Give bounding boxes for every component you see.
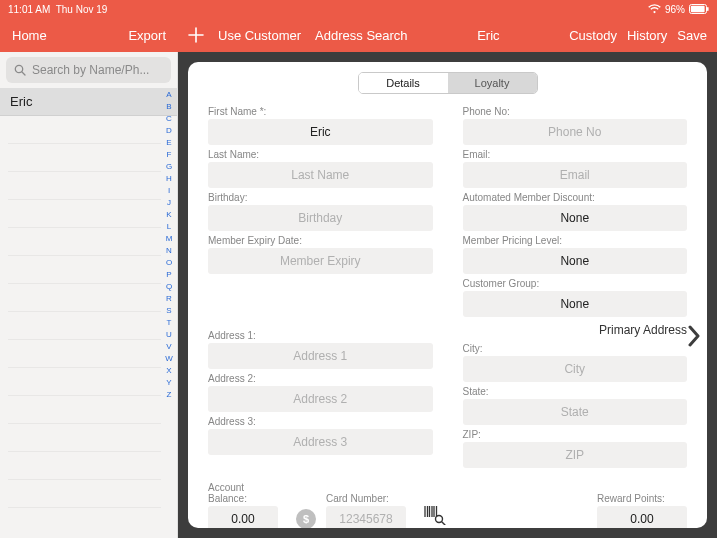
list-item (8, 284, 161, 312)
az-letter[interactable]: W (163, 354, 175, 365)
list-item (8, 200, 161, 228)
az-letter[interactable]: L (163, 222, 175, 233)
az-letter[interactable]: G (163, 162, 175, 173)
zip-label: ZIP: (463, 429, 688, 440)
list-item (8, 116, 161, 144)
home-button[interactable]: Home (0, 28, 47, 43)
reward-points-field[interactable]: 0.00 (597, 506, 687, 528)
address2-label: Address 2: (208, 373, 433, 384)
az-letter[interactable]: A (163, 90, 175, 101)
add-icon[interactable] (188, 27, 204, 43)
address-search-button[interactable]: Address Search (315, 28, 408, 43)
chevron-right-icon[interactable] (687, 325, 701, 351)
phone-label: Phone No: (463, 106, 688, 117)
list-item (8, 424, 161, 452)
auto-discount-label: Automated Member Discount: (463, 192, 688, 203)
list-item (8, 396, 161, 424)
city-label: City: (463, 343, 688, 354)
member-expiry-field[interactable]: Member Expiry (208, 248, 433, 274)
az-letter[interactable]: P (163, 270, 175, 281)
save-button[interactable]: Save (677, 28, 707, 43)
az-letter[interactable]: E (163, 138, 175, 149)
detail-card: Details Loyalty First Name *: Eric Last … (188, 62, 707, 528)
az-letter[interactable]: H (163, 174, 175, 185)
az-letter[interactable]: C (163, 114, 175, 125)
first-name-field[interactable]: Eric (208, 119, 433, 145)
az-letter[interactable]: D (163, 126, 175, 137)
export-button[interactable]: Export (128, 28, 178, 43)
svg-rect-2 (707, 7, 709, 11)
az-letter[interactable]: T (163, 318, 175, 329)
az-letter[interactable]: O (163, 258, 175, 269)
az-letter[interactable]: B (163, 102, 175, 113)
address3-label: Address 3: (208, 416, 433, 427)
last-name-field[interactable]: Last Name (208, 162, 433, 188)
account-balance-field[interactable]: 0.00 (208, 506, 278, 528)
az-letter[interactable]: X (163, 366, 175, 377)
az-letter[interactable]: M (163, 234, 175, 245)
tab-loyalty[interactable]: Loyalty (448, 73, 537, 93)
az-letter[interactable]: Y (163, 378, 175, 389)
az-letter[interactable]: Z (163, 390, 175, 401)
search-placeholder: Search by Name/Ph... (32, 63, 149, 77)
auto-discount-field[interactable]: None (463, 205, 688, 231)
svg-point-11 (436, 516, 443, 523)
svg-line-12 (442, 522, 445, 525)
email-field[interactable]: Email (463, 162, 688, 188)
status-time: 11:01 AM Thu Nov 19 (8, 4, 107, 15)
member-expiry-label: Member Expiry Date: (208, 235, 433, 246)
account-balance-label: Account Balance: (208, 482, 278, 504)
custody-button[interactable]: Custody (569, 28, 617, 43)
dollar-icon[interactable]: $ (296, 509, 316, 528)
city-field[interactable]: City (463, 356, 688, 382)
az-letter[interactable]: Q (163, 282, 175, 293)
status-bar: 11:01 AM Thu Nov 19 96% (0, 0, 717, 18)
svg-line-4 (22, 72, 25, 75)
svg-rect-1 (691, 6, 705, 12)
zip-field[interactable]: ZIP (463, 442, 688, 468)
battery-icon (689, 4, 709, 14)
list-item[interactable]: Eric (0, 88, 177, 116)
az-letter[interactable]: V (163, 342, 175, 353)
tab-details[interactable]: Details (359, 73, 448, 93)
barcode-scan-icon[interactable] (424, 505, 446, 528)
search-input[interactable]: Search by Name/Ph... (6, 57, 171, 83)
az-letter[interactable]: J (163, 198, 175, 209)
content-area: Details Loyalty First Name *: Eric Last … (178, 52, 717, 538)
az-letter[interactable]: R (163, 294, 175, 305)
list-item (8, 256, 161, 284)
toolbar: Home Export Use Customer Address Search … (0, 18, 717, 52)
history-button[interactable]: History (627, 28, 667, 43)
state-field[interactable]: State (463, 399, 688, 425)
date-text: Thu Nov 19 (56, 4, 108, 15)
reward-points-label: Reward Points: (597, 493, 687, 504)
az-letter[interactable]: I (163, 186, 175, 197)
page-title: Eric (422, 28, 556, 43)
pricing-level-field[interactable]: None (463, 248, 688, 274)
time-text: 11:01 AM (8, 4, 50, 15)
az-letter[interactable]: F (163, 150, 175, 161)
birthday-field[interactable]: Birthday (208, 205, 433, 231)
list-item (8, 144, 161, 172)
address1-label: Address 1: (208, 330, 433, 341)
address2-field[interactable]: Address 2 (208, 386, 433, 412)
wifi-icon (648, 4, 661, 14)
az-letter[interactable]: U (163, 330, 175, 341)
card-number-field[interactable]: 12345678 (326, 506, 406, 528)
az-letter[interactable]: N (163, 246, 175, 257)
phone-field[interactable]: Phone No (463, 119, 688, 145)
address3-field[interactable]: Address 3 (208, 429, 433, 455)
search-icon (14, 64, 26, 76)
customer-group-field[interactable]: None (463, 291, 688, 317)
list-item (8, 228, 161, 256)
list-item (8, 480, 161, 508)
use-customer-button[interactable]: Use Customer (218, 28, 301, 43)
first-name-label: First Name *: (208, 106, 433, 117)
list-item (8, 172, 161, 200)
address1-field[interactable]: Address 1 (208, 343, 433, 369)
list-item (8, 452, 161, 480)
az-letter[interactable]: S (163, 306, 175, 317)
email-label: Email: (463, 149, 688, 160)
az-index[interactable]: A B C D E F G H I J K L M N O P Q R S T (163, 88, 175, 538)
az-letter[interactable]: K (163, 210, 175, 221)
